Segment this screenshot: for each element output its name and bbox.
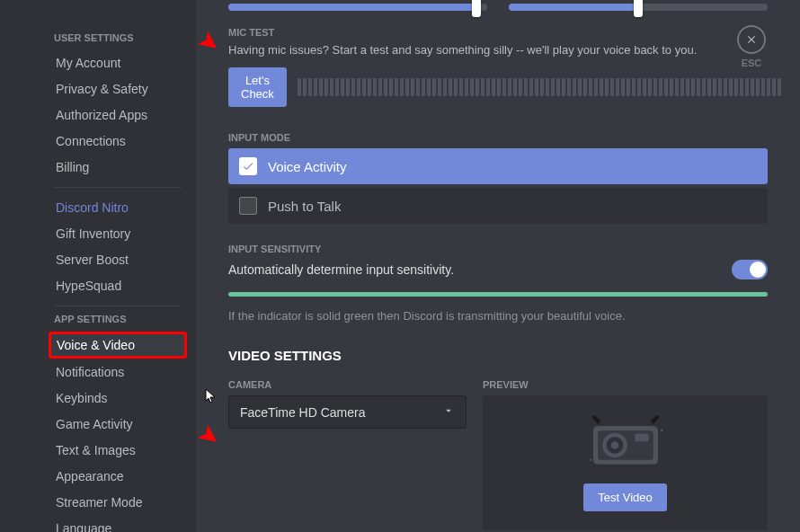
sidebar-item-hypesquad[interactable]: HypeSquad (49, 273, 187, 298)
sensitivity-indicator-bar (228, 292, 768, 297)
sidebar-item-keybinds[interactable]: Keybinds (49, 386, 187, 411)
camera-select[interactable]: FaceTime HD Camera (228, 395, 467, 429)
input-mode-voice-activity-label: Voice Activity (268, 159, 347, 174)
sidebar-item-gift-inventory[interactable]: Gift Inventory (49, 221, 187, 246)
svg-point-6 (590, 458, 592, 461)
camera-preview: Test Video (483, 395, 768, 530)
video-settings-heading: VIDEO SETTINGS (228, 348, 768, 363)
auto-sensitivity-label: Automatically determine input sensitivit… (228, 262, 454, 277)
input-mode-voice-activity[interactable]: Voice Activity (228, 148, 768, 184)
input-mode-push-to-talk-label: Push to Talk (268, 199, 341, 214)
input-sensitivity-header: INPUT SENSITIVITY (228, 244, 768, 254)
sidebar-item-server-boost[interactable]: Server Boost (49, 247, 187, 272)
output-volume-slider[interactable] (509, 4, 768, 11)
test-video-button[interactable]: Test Video (583, 483, 666, 511)
close-button[interactable] (737, 25, 766, 54)
camera-label: CAMERA (228, 379, 467, 390)
input-mode-header: INPUT MODE (228, 132, 768, 143)
camera-placeholder-icon (585, 415, 666, 469)
sidebar-item-discord-nitro[interactable]: Discord Nitro (49, 195, 187, 220)
sidebar-item-billing[interactable]: Billing (49, 155, 187, 180)
lets-check-button[interactable]: Let's Check (228, 67, 287, 107)
sensitivity-indicator-text: If the indicator is solid green then Dis… (228, 309, 768, 323)
sidebar-item-language[interactable]: Language (49, 516, 187, 532)
sidebar-divider (54, 306, 182, 306)
sidebar-item-connections[interactable]: Connections (49, 129, 187, 154)
sidebar-item-authorized-apps[interactable]: Authorized Apps (49, 102, 187, 128)
auto-sensitivity-toggle[interactable] (732, 260, 768, 279)
sidebar-item-privacy-safety[interactable]: Privacy & Safety (49, 76, 187, 102)
sidebar-item-streamer-mode[interactable]: Streamer Mode (49, 490, 187, 515)
user-settings-header: USER SETTINGS (49, 32, 187, 43)
camera-select-value: FaceTime HD Camera (240, 405, 366, 420)
app-settings-header: APP SETTINGS (49, 314, 187, 324)
sidebar-item-voice-video[interactable]: Voice & Video (49, 332, 187, 359)
svg-point-4 (610, 441, 618, 449)
sidebar-item-game-activity[interactable]: Game Activity (49, 412, 187, 437)
svg-rect-5 (635, 433, 648, 441)
svg-point-7 (661, 429, 663, 431)
checkbox-checked-icon (239, 157, 257, 175)
sidebar-item-text-images[interactable]: Text & Images (49, 438, 187, 463)
sidebar-divider (54, 187, 182, 188)
mic-test-header: MIC TEST (228, 27, 768, 38)
sidebar-item-appearance[interactable]: Appearance (49, 464, 187, 489)
preview-label: PREVIEW (483, 379, 768, 390)
esc-label: ESC (737, 58, 766, 68)
input-mode-push-to-talk[interactable]: Push to Talk (228, 188, 768, 224)
mic-vu-meter (298, 78, 781, 96)
checkbox-empty-icon (239, 197, 257, 215)
close-icon (745, 33, 758, 46)
sidebar-item-my-account[interactable]: My Account (49, 50, 187, 75)
chevron-down-icon (442, 404, 455, 420)
input-volume-slider[interactable] (228, 4, 487, 11)
sidebar-item-notifications[interactable]: Notifications (49, 359, 187, 385)
mic-test-desc: Having mic issues? Start a test and say … (228, 43, 768, 57)
